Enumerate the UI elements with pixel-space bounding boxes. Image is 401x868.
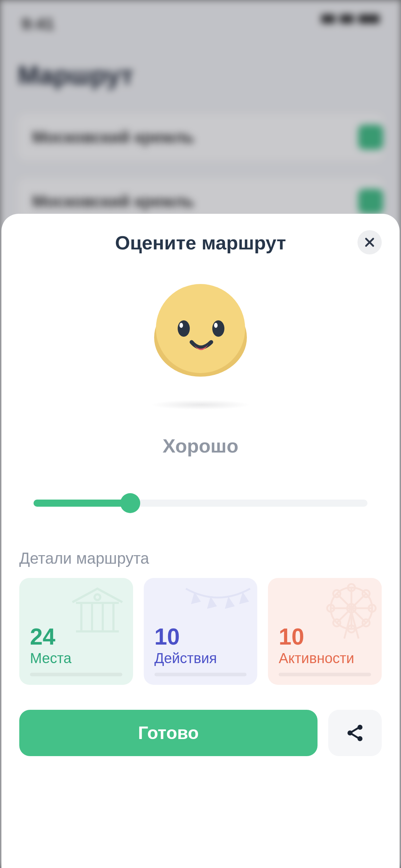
card-bar [154, 673, 247, 676]
share-icon [345, 723, 365, 743]
rating-label: Хорошо [19, 435, 382, 457]
happy-face-icon [151, 282, 250, 382]
card-bar [30, 673, 122, 676]
sheet-header: Оцените маршрут [19, 232, 382, 254]
emoji-section [19, 282, 382, 410]
done-button[interactable]: Готово [19, 710, 318, 756]
ferris-wheel-icon [318, 582, 378, 642]
slider-fill [34, 500, 130, 507]
svg-point-18 [357, 725, 362, 730]
details-heading: Детали маршрута [19, 549, 382, 567]
svg-point-2 [178, 320, 190, 337]
card-activities[interactable]: 10 Активности [268, 578, 382, 685]
svg-point-6 [95, 594, 100, 600]
svg-point-1 [156, 284, 245, 373]
slider-thumb[interactable] [120, 493, 140, 513]
card-actions[interactable]: 10 Действия [144, 578, 258, 685]
garland-icon [182, 582, 254, 624]
card-places[interactable]: 24 Места [19, 578, 133, 685]
emoji-shadow [151, 400, 250, 410]
card-label: Активности [279, 650, 371, 666]
card-value: 10 [154, 625, 247, 648]
svg-point-4 [212, 320, 224, 337]
card-label: Места [30, 650, 122, 666]
action-row: Готово [19, 710, 382, 756]
svg-point-5 [214, 323, 218, 328]
close-icon [364, 237, 375, 248]
close-button[interactable] [357, 230, 382, 254]
card-bar [279, 673, 371, 676]
building-icon [65, 582, 130, 635]
svg-point-3 [179, 323, 183, 328]
card-label: Действия [154, 650, 247, 666]
done-button-label: Готово [138, 723, 199, 743]
rating-slider[interactable] [34, 500, 367, 507]
detail-cards: 24 Места 10 Действия [19, 578, 382, 685]
rating-sheet: Оцените маршрут Хорошо Детали мар [1, 214, 400, 868]
svg-point-19 [357, 736, 362, 741]
share-button[interactable] [328, 710, 382, 756]
sheet-title: Оцените маршрут [115, 232, 286, 254]
